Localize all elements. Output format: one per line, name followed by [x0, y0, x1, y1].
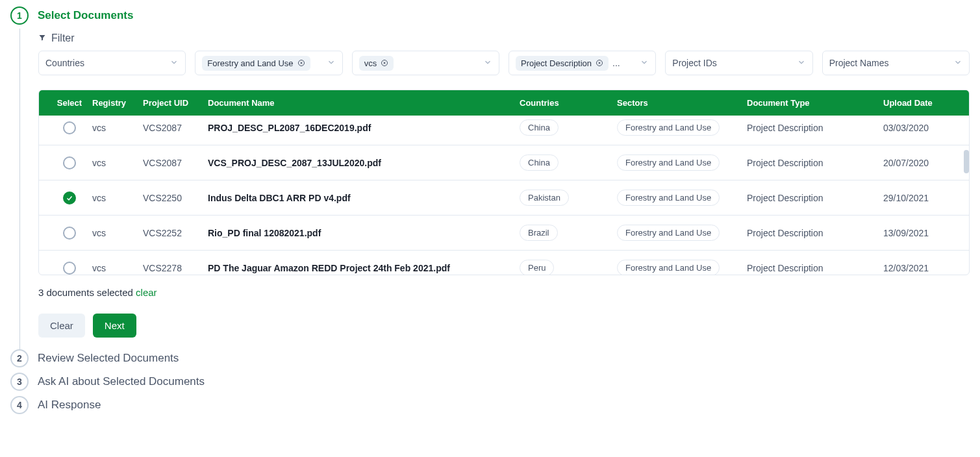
chip-sector: Forestry and Land Use [202, 56, 310, 71]
project-ids-placeholder: Project IDs [672, 58, 792, 68]
cell-upload: 12/03/2021 [883, 263, 961, 273]
cell-countries: China [520, 119, 617, 136]
step-3-number: 3 [10, 373, 29, 391]
chevron-down-icon [797, 58, 806, 69]
step-1-number: 1 [10, 6, 29, 25]
clear-selection-link[interactable]: clear [136, 287, 157, 298]
country-pill: Peru [520, 260, 554, 275]
clear-button[interactable]: Clear [38, 314, 85, 338]
chip-sector-label: Forestry and Land Use [207, 58, 293, 68]
chip-doctype-label: Project Description [521, 58, 592, 68]
cell-upload: 03/03/2020 [883, 123, 961, 133]
chevron-down-icon [953, 58, 962, 69]
step-4-title: AI Response [38, 399, 101, 412]
sector-pill: Forestry and Land Use [617, 119, 720, 136]
cell-docname: VCS_PROJ_DESC_2087_13JUL2020.pdf [208, 158, 520, 168]
th-doctype: Document Type [747, 98, 883, 108]
country-pill: China [520, 154, 559, 171]
country-pill: Pakistan [520, 190, 569, 206]
cell-registry: vcs [92, 263, 143, 273]
cell-upload: 29/10/2021 [883, 193, 961, 203]
th-sectors: Sectors [617, 98, 747, 108]
table-row: vcsVCS2252Rio_PD final 12082021.pdfBrazi… [39, 216, 969, 251]
sector-pill: Forestry and Land Use [617, 225, 720, 241]
cell-registry: vcs [92, 158, 143, 168]
cell-uid: VCS2250 [143, 193, 208, 203]
step-4-number: 4 [10, 396, 29, 414]
table-row: vcsVCS2250Indus Delta DBC1 ARR PD v4.pdf… [39, 180, 969, 216]
cell-sectors: Forestry and Land Use [617, 190, 747, 206]
row-select-radio[interactable] [63, 227, 76, 240]
country-pill: Brazil [520, 225, 558, 241]
step-2[interactable]: 2 Review Selected Documents [10, 349, 970, 367]
sectors-select[interactable]: Forestry and Land Use [195, 51, 342, 75]
cell-countries: Pakistan [520, 190, 617, 206]
cell-uid: VCS2252 [143, 228, 208, 238]
cell-sectors: Forestry and Land Use [617, 154, 747, 171]
table-body[interactable]: vcsVCS2087PROJ_DESC_PL2087_16DEC2019.pdf… [39, 116, 969, 275]
chip-registry-label: vcs [364, 58, 377, 68]
row-select-radio[interactable] [63, 262, 76, 275]
countries-placeholder: Countries [45, 58, 166, 68]
project-names-placeholder: Project Names [829, 58, 949, 68]
cell-sectors: Forestry and Land Use [617, 260, 747, 275]
table-row: vcsVCS2278PD The Jaguar Amazon REDD Proj… [39, 251, 969, 275]
cell-docname: Indus Delta DBC1 ARR PD v4.pdf [208, 193, 520, 203]
cell-doctype: Project Description [747, 123, 883, 133]
cell-countries: Peru [520, 260, 617, 275]
step-2-title: Review Selected Documents [38, 352, 179, 365]
cell-countries: China [520, 154, 617, 171]
registry-select[interactable]: vcs [352, 51, 499, 75]
selection-count-text: 3 documents selected [38, 287, 136, 298]
sector-pill: Forestry and Land Use [617, 190, 720, 206]
cell-registry: vcs [92, 193, 143, 203]
cell-doctype: Project Description [747, 193, 883, 203]
chip-doctype-remove-icon[interactable] [596, 59, 603, 67]
cell-registry: vcs [92, 228, 143, 238]
step-1-title: Select Documents [38, 9, 133, 22]
country-pill: China [520, 119, 559, 136]
table-row: vcsVCS2087VCS_PROJ_DESC_2087_13JUL2020.p… [39, 145, 969, 180]
step-3-title: Ask AI about Selected Documents [38, 375, 205, 388]
chip-doctype: Project Description [516, 56, 609, 71]
cell-docname: PROJ_DESC_PL2087_16DEC2019.pdf [208, 123, 520, 133]
chip-sector-remove-icon[interactable] [297, 59, 305, 67]
cell-sectors: Forestry and Land Use [617, 119, 747, 136]
th-countries: Countries [520, 98, 617, 108]
cell-uid: VCS2087 [143, 123, 208, 133]
next-button[interactable]: Next [93, 314, 136, 338]
chip-registry-remove-icon[interactable] [381, 59, 388, 67]
cell-doctype: Project Description [747, 228, 883, 238]
doctype-more: ... [612, 58, 620, 68]
step-2-number: 2 [10, 349, 29, 367]
table-header: Select Registry Project UID Document Nam… [39, 90, 969, 116]
step-1: 1 Select Documents Filter Countries [10, 6, 970, 349]
filter-icon [38, 32, 46, 44]
th-uid: Project UID [143, 98, 208, 108]
step-3[interactable]: 3 Ask AI about Selected Documents [10, 373, 970, 391]
cell-doctype: Project Description [747, 158, 883, 168]
th-docname: Document Name [208, 98, 520, 108]
chevron-down-icon [640, 58, 649, 69]
row-select-radio[interactable] [63, 156, 76, 169]
chevron-down-icon [327, 58, 336, 69]
scrollbar-thumb[interactable] [964, 150, 969, 173]
cell-upload: 13/09/2021 [883, 228, 961, 238]
row-select-radio[interactable] [63, 191, 76, 204]
documents-table: Select Registry Project UID Document Nam… [38, 90, 970, 275]
sector-pill: Forestry and Land Use [617, 260, 720, 275]
doctype-select[interactable]: Project Description ... [509, 51, 656, 75]
cell-uid: VCS2087 [143, 158, 208, 168]
th-upload: Upload Date [883, 98, 961, 108]
filter-label: Filter [51, 32, 75, 44]
step-4[interactable]: 4 AI Response [10, 396, 970, 414]
project-names-select[interactable]: Project Names [822, 51, 970, 75]
countries-select[interactable]: Countries [38, 51, 186, 75]
sector-pill: Forestry and Land Use [617, 154, 720, 171]
cell-docname: PD The Jaguar Amazon REDD Project 24th F… [208, 263, 520, 273]
row-select-radio[interactable] [63, 121, 76, 134]
cell-uid: VCS2278 [143, 263, 208, 273]
cell-countries: Brazil [520, 225, 617, 241]
project-ids-select[interactable]: Project IDs [665, 51, 812, 75]
cell-doctype: Project Description [747, 263, 883, 273]
